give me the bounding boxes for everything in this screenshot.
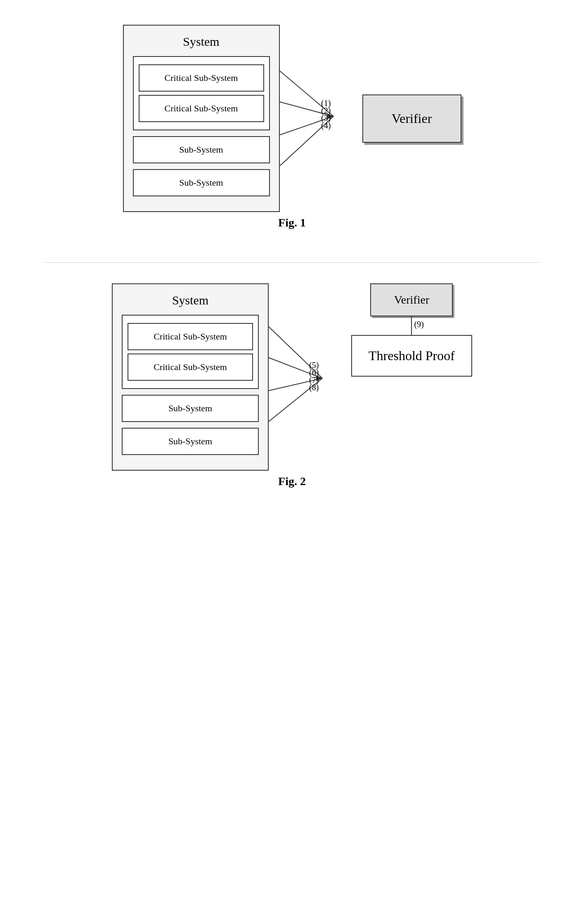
fig2-right-panel: Verifier (9) Threshold Proof bbox=[351, 283, 472, 377]
fig1-system-box: System Critical Sub-System Critical Sub-… bbox=[123, 25, 280, 212]
fig1-subsystem2: Sub-System bbox=[133, 169, 270, 196]
fig1-caption: Fig. 1 bbox=[278, 216, 306, 229]
svg-text:(8): (8) bbox=[309, 383, 319, 392]
page: System Critical Sub-System Critical Sub-… bbox=[0, 0, 584, 924]
svg-text:(4): (4) bbox=[321, 121, 331, 130]
fig1-subsystem1: Sub-System bbox=[133, 136, 270, 163]
fig2-verifier-box: Verifier bbox=[370, 283, 453, 316]
fig2-diagram: System Critical Sub-System Critical Sub-… bbox=[112, 283, 472, 471]
fig1-system-label: System bbox=[133, 35, 270, 49]
fig1-diagram: System Critical Sub-System Critical Sub-… bbox=[123, 25, 461, 212]
fig2-system-label: System bbox=[122, 293, 259, 307]
fig1-critical-sub1: Critical Sub-System bbox=[139, 64, 264, 92]
fig2-critical-sub2: Critical Sub-System bbox=[128, 354, 253, 381]
fig2-label-9: (9) bbox=[414, 320, 423, 329]
fig2-critical-group: Critical Sub-System Critical Sub-System bbox=[122, 315, 259, 389]
fig2-caption: Fig. 2 bbox=[278, 475, 306, 488]
fig2-connectors-svg: (5) (6) (7) (8) bbox=[269, 296, 351, 469]
fig2-verifier-to-threshold: (9) bbox=[351, 316, 472, 335]
fig1-verifier-box: Verifier bbox=[362, 94, 461, 143]
fig2-threshold-proof-label: Threshold Proof bbox=[369, 348, 455, 363]
fig2-threshold-proof-box: Threshold Proof bbox=[351, 335, 472, 377]
fig2-system-box: System Critical Sub-System Critical Sub-… bbox=[112, 283, 269, 471]
fig2-connecting-line bbox=[411, 316, 412, 335]
section-divider bbox=[44, 262, 540, 263]
fig2-subsystem2: Sub-System bbox=[122, 428, 259, 455]
fig2-verifier-label: Verifier bbox=[394, 293, 430, 306]
fig1-connectors-svg: (1) (2) (3) (4) bbox=[280, 40, 362, 197]
figure-2-section: System Critical Sub-System Critical Sub-… bbox=[17, 283, 567, 488]
fig2-subsystem1: Sub-System bbox=[122, 395, 259, 422]
fig1-verifier-label: Verifier bbox=[392, 111, 432, 126]
fig1-critical-group: Critical Sub-System Critical Sub-System bbox=[133, 56, 270, 130]
fig1-critical-sub2: Critical Sub-System bbox=[139, 95, 264, 122]
figure-1-section: System Critical Sub-System Critical Sub-… bbox=[17, 25, 567, 229]
fig2-critical-sub1: Critical Sub-System bbox=[128, 323, 253, 350]
